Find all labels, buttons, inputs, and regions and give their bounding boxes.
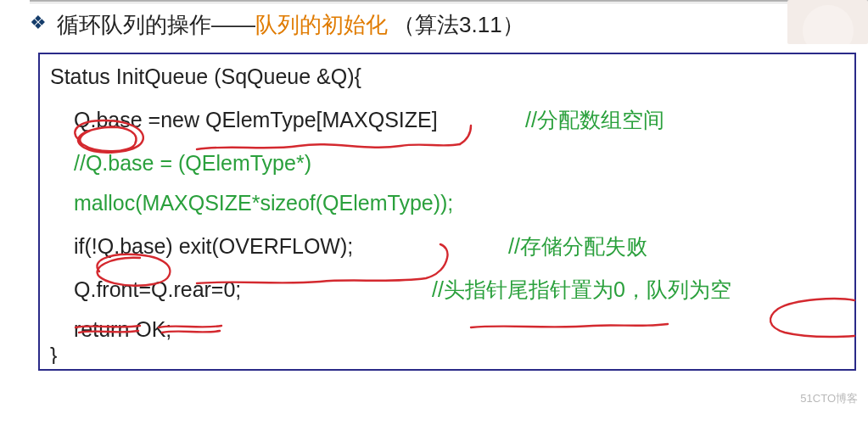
title-part-1: 循环队列的操作—— (57, 14, 255, 36)
code-l6-main: Q.front=Q.rear=0; (74, 277, 241, 301)
presenter-thumbnail (787, 0, 868, 44)
code-l5-main: if(!Q.base) exit(OVERFLOW); (74, 234, 353, 258)
slide-title: ❖ 循环队列的操作—— 队列的初始化 （算法3.11） (30, 14, 524, 36)
hairline (30, 3, 868, 3)
code-line-3: //Q.base = (QElemType*) (50, 153, 854, 174)
code-line-1: Status InitQueue (SqQueue &Q){ (50, 66, 854, 87)
code-line-4: malloc(MAXQSIZE*sizeof(QElemType)); (50, 193, 854, 214)
comment-zero: //头指针尾指针置为0，队列为空 (432, 279, 731, 300)
code-line-5: if(!Q.base) exit(OVERFLOW); //存储分配失败 (50, 236, 854, 257)
code-line-2: Q.base =new QElemType[MAXQSIZE] //分配数组空间 (50, 109, 854, 131)
code-line-8: } (50, 345, 854, 364)
bullet-diamond-icon: ❖ (30, 14, 47, 32)
comment-fail: //存储分配失败 (508, 236, 647, 257)
code-line-6: Q.front=Q.rear=0; //头指针尾指针置为0，队列为空 (50, 279, 854, 300)
code-l2-qbase: Q.base (74, 108, 143, 131)
title-part-2: （算法3.11） (393, 14, 524, 36)
code-block: Status InitQueue (SqQueue &Q){ Q.base =n… (38, 53, 856, 371)
watermark: 51CTO博客 (800, 391, 858, 406)
code-l2-rest: =new QElemType[MAXQSIZE] (143, 108, 438, 131)
title-part-orange: 队列的初始化 (255, 14, 388, 36)
comment-alloc: //分配数组空间 (525, 109, 664, 131)
top-rule (30, 0, 868, 2)
code-line-7: return OK; (50, 319, 854, 340)
